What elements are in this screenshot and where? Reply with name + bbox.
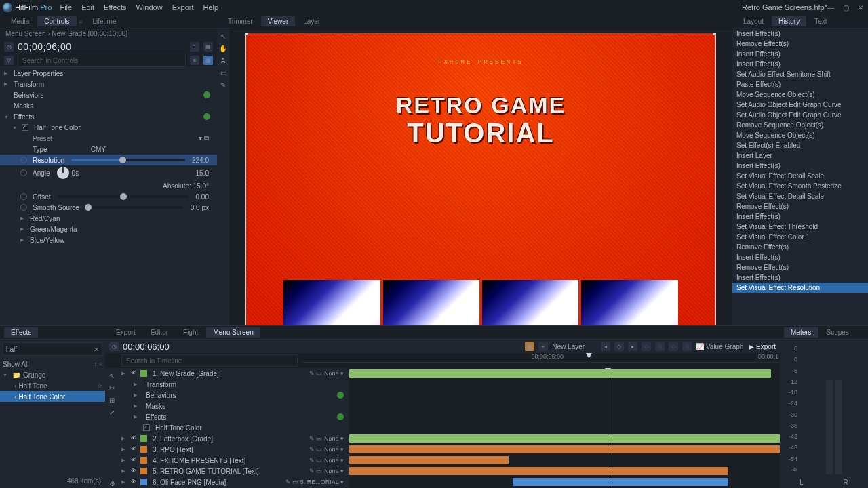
- mask-tool-icon[interactable]: ▭: [218, 68, 228, 77]
- tab-controls[interactable]: Controls: [37, 16, 76, 26]
- text-tool-icon[interactable]: A: [218, 56, 228, 65]
- history-item[interactable]: Set Visual Effect Color 1: [732, 232, 868, 242]
- tab-editor[interactable]: Editor: [144, 327, 175, 338]
- timeline-layer-row[interactable]: ▶Transform: [119, 379, 349, 390]
- view-grid-icon[interactable]: ▦: [203, 56, 213, 65]
- timeline-layer-row[interactable]: ▶Masks: [119, 401, 349, 411]
- history-item[interactable]: Insert Effect(s): [732, 28, 868, 39]
- add-layer-icon[interactable]: ＋: [538, 342, 548, 351]
- history-item[interactable]: Insert Effect(s): [732, 252, 868, 262]
- timeline-layer-row[interactable]: ▶👁3. RPO [Text]✎ ▭ None ▾: [119, 444, 349, 455]
- history-item[interactable]: Set Audio Effect Semitone Shift: [732, 69, 868, 79]
- history-item[interactable]: Remove Effect(s): [732, 242, 868, 252]
- angle-value[interactable]: 15.0: [196, 169, 213, 177]
- snap-tool-icon[interactable]: ⊞: [107, 395, 117, 405]
- history-item[interactable]: Move Sequence Object(s): [732, 89, 868, 100]
- history-item[interactable]: Insert Effect(s): [732, 49, 868, 59]
- row-redcyan[interactable]: Red/Cyan: [30, 215, 60, 222]
- history-item[interactable]: Move Sequence Object(s): [732, 130, 868, 140]
- expand-icon[interactable]: ▶: [20, 237, 27, 243]
- keyframe-icon[interactable]: [20, 204, 27, 211]
- filter-icon[interactable]: ▽: [4, 56, 14, 65]
- add-icon[interactable]: [203, 92, 210, 98]
- timeline-playhead[interactable]: [589, 353, 589, 362]
- angle-dial[interactable]: [57, 167, 69, 179]
- effects-search-input[interactable]: half✕: [3, 342, 102, 356]
- playhead-time[interactable]: 00;00;06;00: [18, 41, 71, 52]
- expand-icon[interactable]: ▶: [4, 70, 11, 76]
- timeline-time[interactable]: 00;00;06;00: [123, 342, 170, 352]
- key-nav-icon[interactable]: ◇: [655, 342, 665, 351]
- tab-meters[interactable]: Meters: [784, 327, 818, 338]
- history-item[interactable]: Insert Effect(s): [732, 211, 868, 222]
- row-blueyel[interactable]: Blue/Yellow: [30, 237, 64, 244]
- timeline-layer-row[interactable]: ▶👁1. New Grade [Grade]✎ ▭ None ▾: [119, 368, 349, 379]
- window-close-icon[interactable]: ✕: [856, 3, 865, 12]
- row-layer-properties[interactable]: Layer Properties: [14, 70, 63, 77]
- tab-media[interactable]: Media: [4, 16, 36, 26]
- timeline-tracks[interactable]: [349, 368, 780, 488]
- favorite-icon[interactable]: ☆: [97, 393, 102, 400]
- row-resolution[interactable]: Resolution224.0: [0, 155, 217, 165]
- tab-history[interactable]: History: [772, 16, 806, 26]
- expand-icon[interactable]: ▶: [4, 81, 11, 87]
- search-controls-input[interactable]: Search in Controls: [18, 54, 186, 67]
- preset-dropdown-icon[interactable]: ▾ ⧉: [199, 134, 213, 142]
- menu-export[interactable]: Export: [172, 3, 194, 12]
- row-effects[interactable]: Effects: [14, 113, 34, 121]
- select-tool-icon[interactable]: ↖: [107, 371, 117, 380]
- tab-export[interactable]: Export: [109, 327, 142, 338]
- resize-handle[interactable]: [713, 33, 716, 35]
- timeline-search-input[interactable]: Search in Timeline: [121, 354, 298, 367]
- expand-icon[interactable]: ▶: [20, 216, 27, 221]
- timeline-ruler[interactable]: 00;00;05;00 00;00;1: [302, 353, 780, 363]
- smooth-slider[interactable]: [86, 206, 184, 209]
- slice-tool-icon[interactable]: ✂: [107, 383, 117, 392]
- history-item[interactable]: Remove Sequence Object(s): [732, 120, 868, 130]
- tab-effects-browser[interactable]: Effects: [4, 327, 38, 338]
- history-item[interactable]: Remove Effect(s): [732, 262, 868, 272]
- tab-fight[interactable]: Fight: [176, 327, 205, 338]
- collapse-icon[interactable]: ▼: [12, 125, 19, 130]
- timeline-layer-row[interactable]: ▶Effects: [119, 411, 349, 422]
- timeline-layer-row[interactable]: Half Tone Color: [119, 422, 349, 433]
- key-nav-icon[interactable]: ◇: [682, 342, 692, 351]
- history-item[interactable]: Insert Layer: [732, 150, 868, 161]
- timeline-export-button[interactable]: ▶ Export: [749, 343, 776, 350]
- history-item[interactable]: Set Audio Object Edit Graph Curve: [732, 110, 868, 120]
- clock-icon[interactable]: ◷: [4, 42, 14, 52]
- timeline-layer-row[interactable]: ▶👁5. RETRO GAME TUTORIAL [Text]✎ ▭ None …: [119, 466, 349, 476]
- go-prev-key-icon[interactable]: ◂: [601, 342, 610, 351]
- timeline-layer-row[interactable]: ▶👁4. FXHOME PRESENTS [Text]✎ ▭ None ▾: [119, 455, 349, 466]
- keyframe-icon[interactable]: [20, 157, 27, 163]
- hand-tool-icon[interactable]: ✋: [218, 43, 228, 53]
- favorite-icon[interactable]: ☆: [97, 382, 102, 389]
- list-icon[interactable]: ⫶: [190, 42, 199, 52]
- key-nav-icon[interactable]: ◇: [669, 342, 678, 351]
- history-item[interactable]: Set Visual Effect Resolution: [732, 283, 868, 293]
- window-maximize-icon[interactable]: ▢: [841, 3, 850, 12]
- offset-slider[interactable]: [58, 195, 189, 198]
- tab-viewer[interactable]: Viewer: [261, 16, 295, 26]
- history-item[interactable]: Set Visual Effect Detail Scale: [732, 191, 868, 201]
- tab-close-icon[interactable]: ≡: [79, 18, 85, 25]
- gear-icon[interactable]: ⚙: [107, 479, 117, 488]
- menu-effects[interactable]: Effects: [104, 3, 126, 12]
- tab-layout[interactable]: Layout: [736, 16, 770, 26]
- menu-window[interactable]: Window: [136, 3, 163, 12]
- history-item[interactable]: Set Audio Object Edit Graph Curve: [732, 100, 868, 110]
- effects-showall[interactable]: Show All↕ ≡: [0, 359, 105, 369]
- tab-layer[interactable]: Layer: [296, 16, 327, 26]
- row-preset[interactable]: Preset: [33, 135, 196, 142]
- timeline-layer-row[interactable]: ▶Behaviors: [119, 390, 349, 401]
- add-key-icon[interactable]: ◇: [614, 342, 624, 351]
- clear-search-icon[interactable]: ✕: [94, 346, 99, 353]
- collapse-icon[interactable]: ▼: [4, 115, 11, 119]
- menu-edit[interactable]: Edit: [81, 3, 94, 12]
- row-masks[interactable]: Masks: [14, 102, 33, 110]
- add-icon[interactable]: [203, 113, 210, 120]
- offset-value[interactable]: 0.00: [196, 193, 213, 201]
- tab-trimmer[interactable]: Trimmer: [221, 16, 260, 26]
- history-item[interactable]: Set Visual Effect Threshold: [732, 222, 868, 232]
- history-item[interactable]: Insert Effect(s): [732, 272, 868, 283]
